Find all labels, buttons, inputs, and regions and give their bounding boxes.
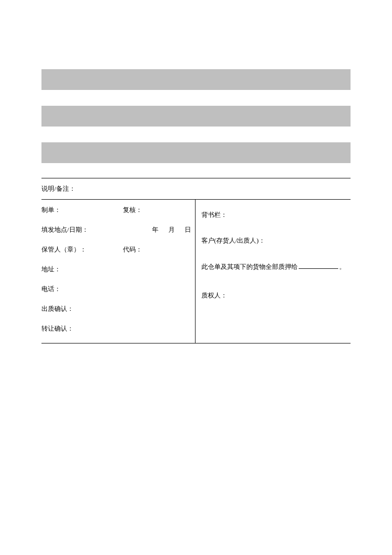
pledge-text-after: 。	[339, 262, 346, 271]
right-column: 背书栏： 客户(存货人/出质人)： 此仓单及其项下的货物全部质押给 。 质权人：	[196, 200, 351, 343]
left-column: 制单： 复核： 填发地点/日期： 年 月 日 保管人（章）： 代码： 地址：	[41, 200, 196, 343]
pledge-blank	[299, 262, 338, 269]
remarks-section: 说明/备注：	[41, 178, 351, 200]
gray-bar-2	[41, 106, 351, 127]
gray-bars-section	[41, 69, 351, 163]
pledge-statement-row: 此仓单及其项下的货物全部质押给 。	[201, 262, 351, 271]
remarks-label: 说明/备注：	[41, 185, 76, 192]
pledge-confirm-row: 出质确认：	[41, 304, 191, 313]
bottom-section: 制单： 复核： 填发地点/日期： 年 月 日 保管人（章）： 代码： 地址：	[41, 200, 351, 343]
gray-bar-1	[41, 69, 351, 90]
pledgee-row: 质权人：	[201, 291, 351, 300]
preparer-label: 制单：	[41, 206, 123, 214]
address-row: 地址：	[41, 265, 191, 274]
reviewer-label: 复核：	[123, 206, 142, 214]
code-label: 代码：	[123, 245, 142, 254]
issue-place-date-label: 填发地点/日期：	[41, 225, 88, 234]
pledgee-label: 质权人：	[201, 292, 227, 299]
date-parts: 年 月 日	[152, 225, 191, 234]
endorsement-label: 背书栏：	[201, 211, 227, 218]
transfer-confirm-label: 转让确认：	[41, 324, 74, 333]
phone-label: 电话：	[41, 285, 61, 294]
custodian-row: 保管人（章）： 代码：	[41, 245, 191, 254]
day-label: 日	[185, 225, 191, 234]
address-label: 地址：	[41, 265, 61, 274]
client-row: 客户(存货人/出质人)：	[201, 236, 351, 245]
endorsement-row: 背书栏：	[201, 211, 351, 219]
transfer-confirm-row: 转让确认：	[41, 324, 191, 333]
month-label: 月	[168, 225, 175, 234]
gray-bar-3	[41, 142, 351, 163]
phone-row: 电话：	[41, 285, 191, 294]
year-label: 年	[152, 225, 158, 234]
preparer-row: 制单： 复核：	[41, 206, 191, 214]
custodian-label: 保管人（章）：	[41, 245, 123, 254]
issue-date-row: 填发地点/日期： 年 月 日	[41, 225, 191, 234]
pledge-text-before: 此仓单及其项下的货物全部质押给	[201, 262, 298, 271]
pledge-confirm-label: 出质确认：	[41, 304, 74, 313]
client-label: 客户(存货人/出质人)：	[201, 237, 265, 244]
